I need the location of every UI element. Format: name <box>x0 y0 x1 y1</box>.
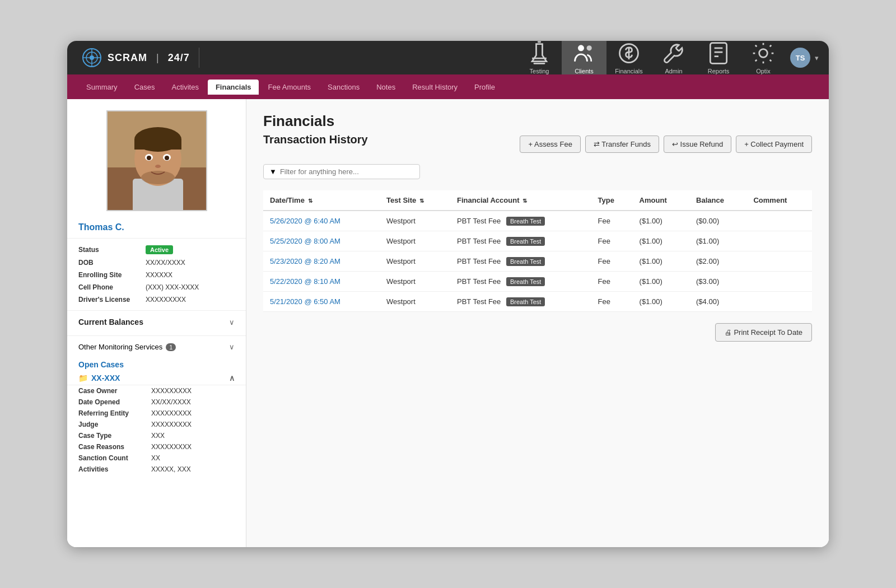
case-detail-value-judge: XXXXXXXXX <box>151 421 192 428</box>
subnav-financials[interactable]: Financials <box>208 80 259 95</box>
subnav-activities[interactable]: Activites <box>164 80 206 95</box>
table-row: 5/21/2020 @ 6:50 AM Westport PBT Test Fe… <box>263 292 812 312</box>
current-balances-title: Current Balances <box>78 318 143 326</box>
case-detail-label-judge: Judge <box>78 421 151 428</box>
nav-item-admin[interactable]: Admin <box>651 41 696 74</box>
cell-financial-account-0: PBT Test Fee Breath Test <box>450 211 591 231</box>
info-row-dob: DOB XX/XX/XXXX <box>78 256 235 269</box>
svg-point-24 <box>155 165 161 168</box>
client-photo-svg <box>108 111 207 211</box>
user-avatar[interactable]: TS <box>790 48 810 68</box>
cell-test-site-2: Westport <box>380 251 450 272</box>
col-header-financial-account[interactable]: Financial Account ⇅ <box>450 190 591 211</box>
info-row-enrolling-site: Enrolling Site XXXXXX <box>78 269 235 281</box>
nav-label-financials: Financials <box>615 68 643 74</box>
cell-amount-0: ($1.00) <box>633 211 689 231</box>
svg-point-22 <box>147 156 151 160</box>
subnav-notes[interactable]: Notes <box>368 80 403 95</box>
table-row: 5/23/2020 @ 8:20 AM Westport PBT Test Fe… <box>263 251 812 272</box>
assess-fee-button[interactable]: + Assess Fee <box>520 136 580 153</box>
subnav-profile[interactable]: Profile <box>466 80 503 95</box>
svg-point-25 <box>141 171 175 184</box>
clients-icon <box>572 41 596 66</box>
subnav-result-history[interactable]: Result History <box>404 80 465 95</box>
nav-item-financials[interactable]: Financials <box>606 41 651 74</box>
cell-type-0: Fee <box>591 211 633 231</box>
info-label-enrolling-site: Enrolling Site <box>78 271 146 279</box>
case-detail-label-referring: Referring Entity <box>78 409 151 417</box>
subnav-summary[interactable]: Summary <box>78 80 125 95</box>
svg-point-5 <box>578 45 584 51</box>
info-label-dob: DOB <box>78 259 146 267</box>
other-monitoring-title: Other Monitoring Services1 <box>78 343 176 351</box>
cell-balance-1: ($1.00) <box>689 231 746 251</box>
nav-label-clients: Clients <box>575 68 594 74</box>
other-monitoring-section[interactable]: Other Monitoring Services1 ∨ <box>67 335 246 356</box>
case-detail-label-type: Case Type <box>78 432 151 440</box>
subnav-fee-amounts[interactable]: Fee Amounts <box>260 80 319 95</box>
cell-type-3: Fee <box>591 272 633 292</box>
filter-input-wrap: ▼ <box>263 164 420 179</box>
cell-comment-4 <box>746 292 812 312</box>
cell-type-4: Fee <box>591 292 633 312</box>
scram-logo-icon <box>82 48 102 68</box>
collect-payment-button[interactable]: + Collect Payment <box>736 136 812 153</box>
datetime-link-4[interactable]: 5/21/2020 @ 6:50 AM <box>270 297 340 306</box>
cell-datetime-3: 5/22/2020 @ 8:10 AM <box>263 272 380 292</box>
wrench-icon <box>661 41 686 66</box>
case-detail-value-owner: XXXXXXXXX <box>151 387 192 395</box>
col-header-test-site[interactable]: Test Site ⇅ <box>380 190 450 211</box>
table-row: 5/22/2020 @ 8:10 AM Westport PBT Test Fe… <box>263 272 812 292</box>
cell-balance-3: ($3.00) <box>689 272 746 292</box>
info-row-status: Status Active <box>78 243 235 256</box>
nav-item-testing[interactable]: Testing <box>517 41 562 74</box>
case-detail-label-date-opened: Date Opened <box>78 398 151 406</box>
nav-items: Testing Clients Financials Admin Reports… <box>517 41 823 74</box>
cell-type-1: Fee <box>591 231 633 251</box>
cell-datetime-4: 5/21/2020 @ 6:50 AM <box>263 292 380 312</box>
case-detail-value-sanction: XX <box>151 454 160 462</box>
section-title: Transaction History <box>263 133 368 146</box>
svg-rect-19 <box>134 139 181 150</box>
datetime-link-3[interactable]: 5/22/2020 @ 8:10 AM <box>270 277 340 286</box>
reports-icon <box>706 41 731 66</box>
logo-area: SCRAM | 24/7 <box>73 48 199 68</box>
other-monitoring-count: 1 <box>166 343 176 351</box>
cell-type-2: Fee <box>591 251 633 272</box>
subnav-sanctions[interactable]: Sanctions <box>320 80 367 95</box>
info-value-cell-phone: (XXX) XXX-XXXX <box>146 283 199 291</box>
case-detail-case-reasons: Case Reasons XXXXXXXXX <box>78 441 235 452</box>
current-balances-section[interactable]: Current Balances ∨ <box>67 310 246 331</box>
subnav-cases[interactable]: Cases <box>127 80 163 95</box>
nav-label-testing: Testing <box>530 68 549 74</box>
nav-item-clients[interactable]: Clients <box>562 41 606 74</box>
nav-item-optix[interactable]: Optix <box>741 41 786 74</box>
nav-item-reports[interactable]: Reports <box>696 41 741 74</box>
issue-refund-button[interactable]: ↩ Issue Refund <box>664 136 731 153</box>
cell-datetime-1: 5/25/2020 @ 8:00 AM <box>263 231 380 251</box>
info-label-drivers-license: Driver's License <box>78 296 146 304</box>
case-item[interactable]: 📁 XX-XXX ∧ <box>67 371 246 385</box>
case-detail-referring-entity: Referring Entity XXXXXXXXX <box>78 408 235 419</box>
col-header-datetime[interactable]: Date/Time ⇅ <box>263 190 380 211</box>
status-badge: Active <box>146 245 173 254</box>
optix-icon <box>751 41 776 66</box>
col-header-type: Type <box>591 190 633 211</box>
open-cases-title: Open Cases <box>67 356 246 371</box>
print-receipt-button[interactable]: 🖨 Print Receipt To Date <box>715 323 812 342</box>
transfer-funds-button[interactable]: ⇄ Transfer Funds <box>585 136 659 153</box>
datetime-link-1[interactable]: 5/25/2020 @ 8:00 AM <box>270 237 340 245</box>
filter-icon: ▼ <box>269 167 277 176</box>
cell-financial-account-4: PBT Test Fee Breath Test <box>450 292 591 312</box>
user-dropdown-icon[interactable]: ▾ <box>810 54 823 62</box>
col-header-balance: Balance <box>689 190 746 211</box>
filter-input[interactable] <box>280 167 414 176</box>
svg-point-12 <box>759 49 768 58</box>
cell-test-site-4: Westport <box>380 292 450 312</box>
cell-amount-4: ($1.00) <box>633 292 689 312</box>
datetime-link-0[interactable]: 5/26/2020 @ 6:40 AM <box>270 217 340 225</box>
main-area: Financials Transaction History + Assess … <box>246 99 829 547</box>
case-detail-judge: Judge XXXXXXXXX <box>78 419 235 430</box>
dollar-icon <box>617 41 641 66</box>
datetime-link-2[interactable]: 5/23/2020 @ 8:20 AM <box>270 257 340 265</box>
